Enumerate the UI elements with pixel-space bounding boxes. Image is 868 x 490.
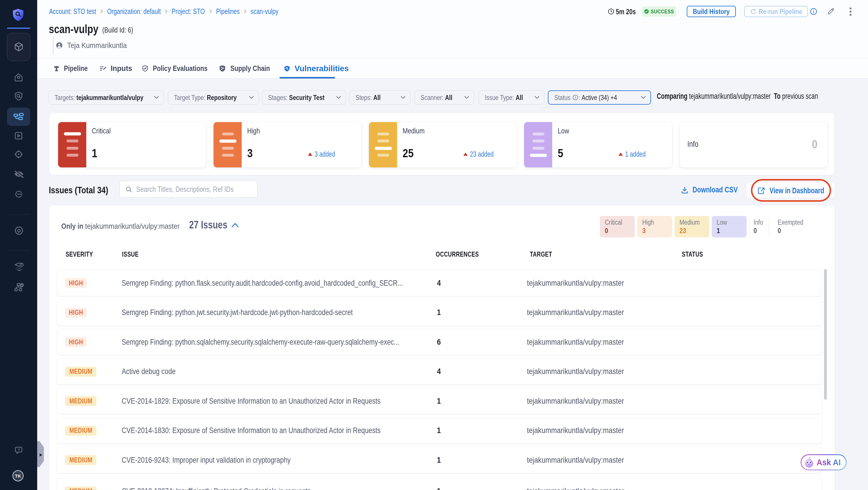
svg-text:?: ?	[18, 448, 20, 452]
